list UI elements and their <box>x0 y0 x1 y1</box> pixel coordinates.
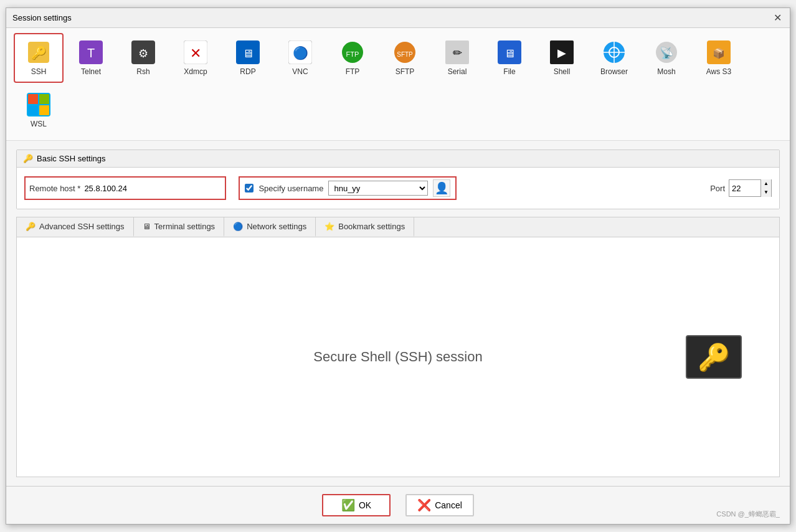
basic-ssh-header: 🔑 Basic SSH settings <box>17 150 779 168</box>
session-label: Secure Shell (SSH) session <box>313 349 482 365</box>
sftp-icon: SFTP <box>392 40 417 65</box>
svg-rect-31 <box>28 94 38 104</box>
protocol-item-rdp[interactable]: 🖥RDP <box>223 33 273 83</box>
dialog-title: Session settings <box>12 13 72 22</box>
key-icon: 🔑 <box>698 342 730 373</box>
protocol-item-browser[interactable]: Browser <box>589 33 639 83</box>
svg-text:✏: ✏ <box>453 47 462 59</box>
username-group: Specify username hnu_yy 👤 <box>239 176 457 200</box>
close-button[interactable]: ✕ <box>771 12 784 24</box>
svg-text:🔑: 🔑 <box>31 45 47 60</box>
basic-ssh-body: Remote host * Specify username hnu_yy 👤 … <box>17 168 779 209</box>
ssh-label: SSH <box>31 67 47 76</box>
protocol-item-aws_s3[interactable]: 📦Aws S3 <box>694 33 744 83</box>
protocol-toolbar: 🔑SSHTTelnet⚙Rsh✕Xdmcp🖥RDP🔵VNCFTPFTPSFTPS… <box>6 28 790 141</box>
tabs-header: 🔑Advanced SSH settings🖥Terminal settings… <box>17 217 779 237</box>
aws_s3-icon: 📦 <box>706 40 731 65</box>
protocol-item-shell[interactable]: ▶Shell <box>537 33 587 83</box>
shell-icon: ▶ <box>549 40 574 65</box>
advanced-tab-label: Advanced SSH settings <box>39 222 125 231</box>
mosh-label: Mosh <box>657 67 675 76</box>
wsl-icon <box>26 92 51 117</box>
bookmark-tab-icon: ⭐ <box>325 222 334 231</box>
port-up-button[interactable]: ▲ <box>761 179 771 188</box>
file-label: File <box>503 67 515 76</box>
rdp-label: RDP <box>240 67 255 76</box>
browser-label: Browser <box>600 67 628 76</box>
protocol-item-ftp[interactable]: FTPFTP <box>328 33 377 83</box>
svg-text:▶: ▶ <box>557 47 566 59</box>
tab-advanced[interactable]: 🔑Advanced SSH settings <box>17 217 134 237</box>
browser-icon <box>602 40 627 65</box>
telnet-label: Telnet <box>81 67 101 76</box>
mosh-icon: 📡 <box>654 40 679 65</box>
user-icon-button[interactable]: 👤 <box>433 179 450 197</box>
sftp-label: SFTP <box>396 67 415 76</box>
port-input-wrap: ▲ ▼ <box>729 179 772 197</box>
tabs-section: 🔑Advanced SSH settings🖥Terminal settings… <box>16 217 780 477</box>
protocol-item-rsh[interactable]: ⚙Rsh <box>118 33 168 83</box>
main-content: 🔑 Basic SSH settings Remote host * Speci… <box>6 141 790 486</box>
svg-text:🖥: 🖥 <box>242 47 253 60</box>
basic-ssh-icon: 🔑 <box>23 154 33 163</box>
remote-host-group: Remote host * <box>24 176 226 200</box>
serial-label: Serial <box>448 67 467 76</box>
svg-text:📡: 📡 <box>660 46 674 60</box>
ok-label: OK <box>359 500 371 510</box>
advanced-tab-icon: 🔑 <box>26 222 36 231</box>
network-tab-icon: 🔵 <box>233 222 243 231</box>
port-down-button[interactable]: ▼ <box>761 188 771 197</box>
svg-text:T: T <box>87 46 95 60</box>
ok-button[interactable]: ✅OK <box>322 494 391 516</box>
tab-bookmark[interactable]: ⭐Bookmark settings <box>316 217 414 237</box>
cancel-label: Cancel <box>435 500 462 510</box>
remote-host-label: Remote host * <box>29 184 80 193</box>
rsh-icon: ⚙ <box>131 40 156 65</box>
remote-host-input[interactable] <box>84 184 221 193</box>
tab-terminal[interactable]: 🖥Terminal settings <box>134 217 225 237</box>
svg-text:📦: 📦 <box>713 47 725 59</box>
watermark: CSDN @_蟑螂恶霸_ <box>716 510 780 519</box>
title-bar: Session settings ✕ <box>6 8 790 28</box>
key-icon-box: 🔑 <box>686 335 742 379</box>
ssh-icon: 🔑 <box>26 40 51 65</box>
protocol-item-telnet[interactable]: TTelnet <box>66 33 116 83</box>
session-settings-dialog: Session settings ✕ 🔑SSHTTelnet⚙Rsh✕Xdmcp… <box>6 7 790 525</box>
protocol-item-vnc[interactable]: 🔵VNC <box>275 33 325 83</box>
protocol-item-sftp[interactable]: SFTPSFTP <box>380 33 430 83</box>
rsh-label: Rsh <box>136 67 149 76</box>
serial-icon: ✏ <box>445 40 470 65</box>
ftp-label: FTP <box>346 67 360 76</box>
cancel-button[interactable]: ❌Cancel <box>405 494 474 516</box>
svg-rect-34 <box>39 105 49 115</box>
protocol-item-mosh[interactable]: 📡Mosh <box>642 33 691 83</box>
port-group: Port ▲ ▼ <box>710 179 772 197</box>
cancel-icon: ❌ <box>417 498 431 512</box>
ftp-icon: FTP <box>340 40 365 65</box>
specify-username-checkbox[interactable] <box>245 184 253 192</box>
protocol-item-file[interactable]: 🖥File <box>485 33 534 83</box>
username-select[interactable]: hnu_yy <box>328 181 428 196</box>
protocol-item-wsl[interactable]: WSL <box>14 85 64 135</box>
port-input[interactable] <box>729 183 760 194</box>
tab-network[interactable]: 🔵Network settings <box>224 217 316 237</box>
terminal-tab-label: Terminal settings <box>154 222 216 231</box>
svg-rect-32 <box>39 94 49 104</box>
footer: ✅OK ❌Cancel CSDN @_蟑螂恶霸_ <box>6 486 790 524</box>
tabs-content: Secure Shell (SSH) session 🔑 <box>17 237 779 477</box>
ok-icon: ✅ <box>341 498 355 512</box>
protocol-item-serial[interactable]: ✏Serial <box>432 33 482 83</box>
file-icon: 🖥 <box>497 40 522 65</box>
svg-text:🔵: 🔵 <box>293 45 308 60</box>
specify-username-label: Specify username <box>258 184 323 193</box>
port-label: Port <box>710 184 725 193</box>
svg-text:🖥: 🖥 <box>504 47 515 60</box>
protocol-item-xdmcp[interactable]: ✕Xdmcp <box>171 33 220 83</box>
basic-ssh-title: Basic SSH settings <box>37 154 106 163</box>
vnc-icon: 🔵 <box>288 40 313 65</box>
aws_s3-label: Aws S3 <box>706 67 731 76</box>
basic-ssh-section: 🔑 Basic SSH settings Remote host * Speci… <box>16 150 780 209</box>
bookmark-tab-label: Bookmark settings <box>338 222 405 231</box>
protocol-item-ssh[interactable]: 🔑SSH <box>14 33 64 83</box>
svg-text:SFTP: SFTP <box>397 51 413 58</box>
